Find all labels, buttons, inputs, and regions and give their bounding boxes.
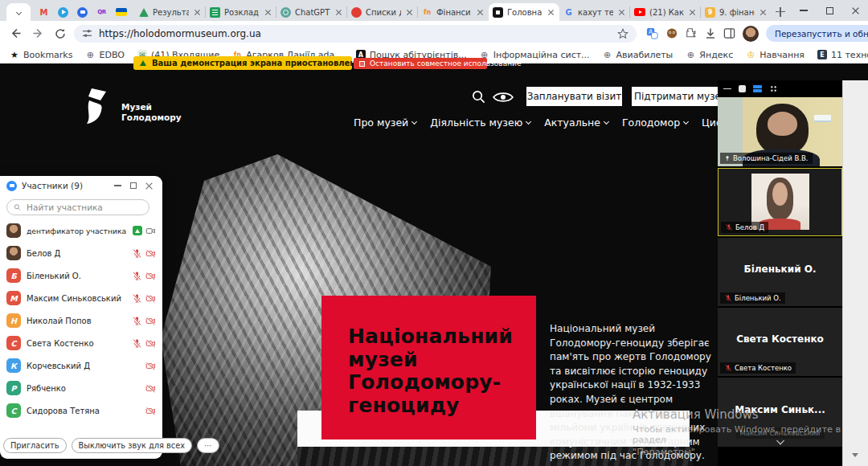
- tab-9finans[interactable]: 9. фінанс: [701, 3, 772, 21]
- participant-row[interactable]: Белов Д: [0, 242, 162, 264]
- telegram-icon[interactable]: [58, 7, 68, 18]
- close-window-button[interactable]: [842, 0, 868, 21]
- gmail-icon[interactable]: [39, 7, 49, 18]
- blue-app-icon[interactable]: [77, 7, 88, 18]
- close-icon[interactable]: [476, 8, 485, 17]
- accessibility-eye-icon[interactable]: [493, 91, 514, 104]
- tab-youtube[interactable]: (21) Как: [630, 3, 701, 21]
- participant-row[interactable]: С Света Костенко: [0, 332, 162, 354]
- camera-off-icon: [145, 271, 156, 281]
- new-tab-button[interactable]: [772, 3, 789, 21]
- relaunch-update-button[interactable]: Перезапустить и обновить: [766, 25, 868, 42]
- camera-off-icon: [145, 293, 156, 304]
- profile-avatar[interactable]: [743, 26, 759, 42]
- close-icon[interactable]: [193, 8, 202, 17]
- ukraine-flag-icon[interactable]: [116, 8, 127, 16]
- camera-off-icon: [145, 316, 156, 326]
- close-icon[interactable]: [617, 8, 626, 17]
- chevron-down-icon: [526, 118, 531, 124]
- camera-off-icon: [145, 338, 156, 349]
- video-tile[interactable]: Максим Синьк... Максим Синьковський: [718, 378, 842, 447]
- more-button[interactable]: ⋯: [197, 438, 219, 453]
- tab-chatgpt[interactable]: ChatGPT: [276, 3, 347, 21]
- close-icon[interactable]: [145, 182, 153, 190]
- plan-visit-button[interactable]: Запланувати візит: [526, 87, 622, 106]
- qr-app-icon[interactable]: [96, 7, 107, 18]
- side-panel-icon[interactable]: [723, 27, 735, 39]
- nav-holodomor[interactable]: Голодомор: [622, 117, 688, 129]
- participant-search-input[interactable]: [25, 202, 142, 213]
- bookmark-item[interactable]: Інформаційна сист...: [480, 50, 590, 60]
- maximize-icon[interactable]: [130, 182, 137, 189]
- tab-search-button[interactable]: [6, 3, 31, 21]
- forward-icon[interactable]: [29, 25, 47, 43]
- omnibox[interactable]: https://holodomormuseum.org.ua: [74, 25, 637, 43]
- stop-sharing-button[interactable]: Остановить совместное использование: [354, 58, 487, 69]
- nav-actual[interactable]: Актуальне: [544, 117, 608, 129]
- participant-row[interactable]: дентификатор участника: 609185): [0, 219, 162, 242]
- video-tile[interactable]: Света Костенко Света Костенко: [718, 308, 842, 376]
- close-icon[interactable]: [759, 8, 768, 17]
- minimize-icon[interactable]: [723, 88, 731, 90]
- close-icon[interactable]: [405, 8, 414, 17]
- tab-holovna-active[interactable]: Головна: [489, 3, 559, 21]
- tab-rezultat[interactable]: Результа: [135, 3, 206, 21]
- grid-view-icon[interactable]: [769, 84, 778, 93]
- bookmark-item[interactable]: Яндекс: [686, 50, 733, 60]
- minimize-icon[interactable]: [114, 185, 121, 186]
- globe-icon: [686, 50, 695, 59]
- close-icon[interactable]: [334, 8, 343, 17]
- speaker-view-icon[interactable]: [739, 85, 746, 92]
- chevron-down-icon: [411, 118, 417, 124]
- maximize-button[interactable]: [817, 0, 842, 21]
- download-icon[interactable]: [705, 27, 716, 39]
- close-icon[interactable]: [688, 8, 697, 17]
- video-tile-active-speaker[interactable]: Белов Д: [718, 168, 842, 236]
- gallery-view-icon[interactable]: [753, 85, 762, 92]
- participant-row[interactable]: Н Николай Попов: [0, 309, 162, 332]
- museum-logo[interactable]: Музей Голодомору: [82, 88, 182, 125]
- participant-search[interactable]: [6, 199, 149, 215]
- participant-row[interactable]: Б Біленький О.: [0, 264, 162, 287]
- close-icon[interactable]: [264, 8, 272, 17]
- museum-logo-text: Музей Голодомору: [121, 102, 182, 125]
- participant-row[interactable]: Р Рябченко: [0, 377, 162, 399]
- video-tile[interactable]: Волошина-Сідей В.В.: [718, 97, 842, 166]
- participant-row[interactable]: С Сидорова Тетяна: [0, 399, 162, 422]
- support-museum-button[interactable]: Підтримати музе: [632, 87, 723, 106]
- extensions-puzzle-icon[interactable]: [686, 27, 698, 39]
- close-icon[interactable]: [547, 8, 555, 17]
- tab-finansy[interactable]: Фінанси: [418, 3, 489, 21]
- mic-muted-icon: [132, 338, 142, 349]
- bookmark-item[interactable]: Bookmarks: [10, 50, 72, 60]
- nav-about[interactable]: Про музей: [354, 117, 416, 129]
- avatar: М: [6, 291, 21, 305]
- participant-row[interactable]: К Корчевський Д: [0, 354, 162, 377]
- mic-muted-icon: [724, 364, 732, 372]
- participant-row[interactable]: М Максим Синьковський: [0, 287, 162, 309]
- bookmark-star-icon[interactable]: [617, 28, 628, 39]
- reload-icon[interactable]: [51, 25, 69, 43]
- site-settings-icon[interactable]: [82, 28, 92, 39]
- participant-list: дентификатор участника: 609185) Белов Д …: [0, 219, 162, 422]
- bookmark-item[interactable]: EDBO: [85, 50, 124, 60]
- video-tile[interactable]: Біленький О. Біленький О.: [718, 238, 842, 306]
- share-resume-icon[interactable]: [140, 60, 146, 66]
- nav-activity[interactable]: Діяльність музею: [430, 117, 530, 129]
- bookmark-item[interactable]: 11 технологій, які з...: [817, 50, 868, 60]
- camera-off-icon: [145, 406, 156, 416]
- tab-rozklad[interactable]: Розклад: [206, 3, 276, 21]
- invite-button[interactable]: Пригласить: [3, 438, 67, 453]
- tab-spysky[interactable]: Списки д: [347, 3, 418, 21]
- minimize-button[interactable]: [791, 0, 817, 21]
- back-icon[interactable]: [6, 25, 24, 43]
- tab-kahoot[interactable]: кахут тес: [559, 3, 630, 21]
- translate-icon[interactable]: A: [646, 27, 658, 39]
- mute-all-button[interactable]: Выключить звук для всех: [72, 438, 192, 453]
- bookmark-item[interactable]: Навчання: [746, 50, 805, 60]
- doc-icon: [705, 7, 715, 18]
- sheets-icon: [210, 7, 220, 18]
- search-icon[interactable]: [471, 89, 486, 104]
- bookmark-item[interactable]: Авиабилеты: [603, 50, 674, 60]
- extension-owl-icon[interactable]: [665, 27, 678, 39]
